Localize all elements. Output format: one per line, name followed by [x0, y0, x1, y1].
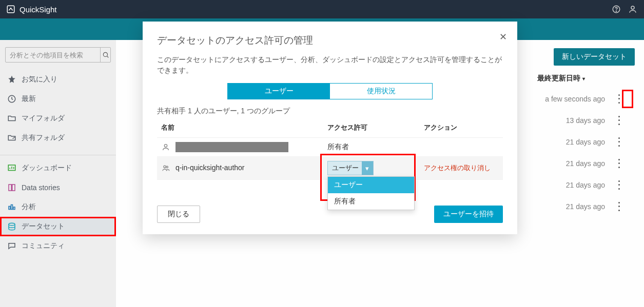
- search-input[interactable]: [6, 51, 100, 59]
- sidebar-item-label: 共有フォルダ: [22, 133, 65, 142]
- help-icon[interactable]: [611, 4, 621, 14]
- tab-usage[interactable]: 使用状況: [330, 84, 432, 99]
- perm-dropdown: ユーザー 所有者: [327, 176, 415, 210]
- share-summary: 共有相手 1 人のユーザー, 1 つのグループ: [157, 107, 503, 116]
- sidebar-item-label: データセット: [22, 222, 65, 231]
- brand-text: QuickSight: [19, 5, 57, 14]
- user-icon[interactable]: [628, 4, 638, 14]
- perm-value: 所有者: [323, 138, 420, 157]
- sidebar-item-label: お気に入り: [22, 75, 57, 84]
- perm-row-group: q-in-quicksight-author ユーザー ▾ ユーザー 所有者: [157, 157, 503, 180]
- topbar: QuickSight: [0, 0, 644, 18]
- svg-point-14: [166, 166, 168, 168]
- dropdown-option-owner[interactable]: 所有者: [328, 193, 414, 210]
- row-time: 21 days ago: [566, 138, 605, 146]
- col-name: 名前: [157, 118, 323, 138]
- row-time: 21 days ago: [566, 202, 605, 211]
- svg-point-12: [164, 145, 167, 147]
- brand: QuickSight: [6, 5, 57, 14]
- sidebar-item-label: 最新: [22, 94, 36, 104]
- sidebar-item-my-folders[interactable]: マイフォルダ: [0, 109, 116, 128]
- svg-point-2: [616, 11, 616, 11]
- col-perm: アクセス許可: [323, 118, 420, 138]
- sidebar-item-label: 分析: [22, 202, 36, 212]
- shared-folder-icon: [7, 133, 16, 142]
- sidebar-item-datasets[interactable]: データセット: [0, 217, 116, 236]
- redacted-name: [175, 142, 288, 152]
- sidebar-item-data-stories[interactable]: Data stories: [0, 178, 116, 197]
- new-dataset-button[interactable]: 新しいデータセット: [554, 48, 635, 66]
- tab-users[interactable]: ユーザー: [228, 84, 330, 99]
- svg-rect-10: [13, 207, 15, 210]
- sidebar-item-label: コミュニティ: [22, 241, 65, 251]
- modal-title: データセットのアクセス許可の管理: [157, 34, 503, 47]
- search-box[interactable]: [5, 47, 111, 63]
- svg-point-13: [164, 166, 166, 168]
- svg-rect-8: [9, 207, 10, 210]
- dashboard-icon: [7, 163, 16, 173]
- svg-point-3: [631, 6, 634, 9]
- row-time: 21 days ago: [566, 181, 605, 189]
- chat-icon: [7, 241, 16, 251]
- sidebar: お気に入り 最新 マイフォルダ 共有フォルダ ダッシュボード Data stor…: [0, 40, 116, 307]
- invite-user-button[interactable]: ユーザーを招待: [434, 206, 503, 223]
- sidebar-item-analyses[interactable]: 分析: [0, 197, 116, 217]
- sidebar-item-label: ダッシュボード: [22, 163, 72, 173]
- kebab-icon[interactable]: [615, 158, 622, 169]
- kebab-icon[interactable]: [615, 136, 622, 148]
- svg-rect-9: [11, 205, 13, 210]
- row-time: a few seconds ago: [545, 95, 605, 103]
- database-icon: [7, 222, 16, 231]
- kebab-icon[interactable]: [615, 93, 622, 105]
- group-name: q-in-quicksight-author: [175, 163, 245, 172]
- segmented-tabs: ユーザー 使用状況: [227, 83, 433, 99]
- chevron-down-icon: ▾: [362, 161, 373, 175]
- divider: [0, 155, 116, 155]
- group-icon: [161, 163, 170, 173]
- svg-point-4: [103, 52, 107, 56]
- kebab-icon[interactable]: [615, 201, 622, 212]
- sidebar-item-community[interactable]: コミュニティ: [0, 236, 116, 256]
- svg-point-11: [9, 223, 15, 226]
- modal-description: このデータセットにアクセスするユーザー、分析、ダッシュボードの設定とアクセス許可…: [157, 54, 503, 76]
- kebab-icon[interactable]: [615, 115, 622, 126]
- column-last-updated[interactable]: 最終更新日時 ▾: [537, 74, 585, 83]
- permissions-table: 名前 アクセス許可 アクション 所有者 q-in-: [157, 118, 503, 180]
- chart-icon: [7, 202, 16, 212]
- person-icon: [161, 142, 170, 152]
- svg-line-5: [107, 56, 108, 58]
- star-icon: [7, 75, 16, 84]
- book-icon: [7, 183, 16, 192]
- svg-rect-0: [7, 6, 14, 13]
- search-icon: [102, 51, 109, 58]
- sidebar-item-label: マイフォルダ: [22, 114, 65, 123]
- row-time: 13 days ago: [566, 116, 605, 125]
- kebab-icon[interactable]: [615, 179, 622, 191]
- sidebar-item-favorites[interactable]: お気に入り: [0, 70, 116, 89]
- permissions-modal: ✕ データセットのアクセス許可の管理 このデータセットにアクセスするユーザー、分…: [143, 22, 517, 234]
- sidebar-item-label: Data stories: [22, 183, 60, 192]
- perm-select[interactable]: ユーザー ▾: [327, 161, 374, 175]
- revoke-link[interactable]: アクセス権の取り消し: [424, 164, 491, 172]
- row-time: 21 days ago: [566, 159, 605, 168]
- quicksight-logo-icon: [6, 5, 15, 14]
- close-button[interactable]: 閉じる: [157, 206, 200, 223]
- dropdown-option-user[interactable]: ユーザー: [328, 177, 414, 193]
- col-action: アクション: [420, 118, 503, 138]
- folder-icon: [7, 114, 16, 123]
- sidebar-item-dashboards[interactable]: ダッシュボード: [0, 158, 116, 178]
- column-label: 最終更新日時: [537, 74, 580, 83]
- sidebar-item-recent[interactable]: 最新: [0, 89, 116, 109]
- perm-row-owner: 所有者: [157, 138, 503, 157]
- search-button[interactable]: [100, 48, 110, 62]
- clock-icon: [7, 94, 16, 104]
- close-icon[interactable]: ✕: [498, 32, 508, 42]
- select-value: ユーザー: [332, 163, 359, 173]
- sidebar-item-shared-folders[interactable]: 共有フォルダ: [0, 128, 116, 148]
- chevron-down-icon: ▾: [582, 76, 585, 81]
- perm-select-wrap: ユーザー ▾ ユーザー 所有者: [327, 161, 374, 175]
